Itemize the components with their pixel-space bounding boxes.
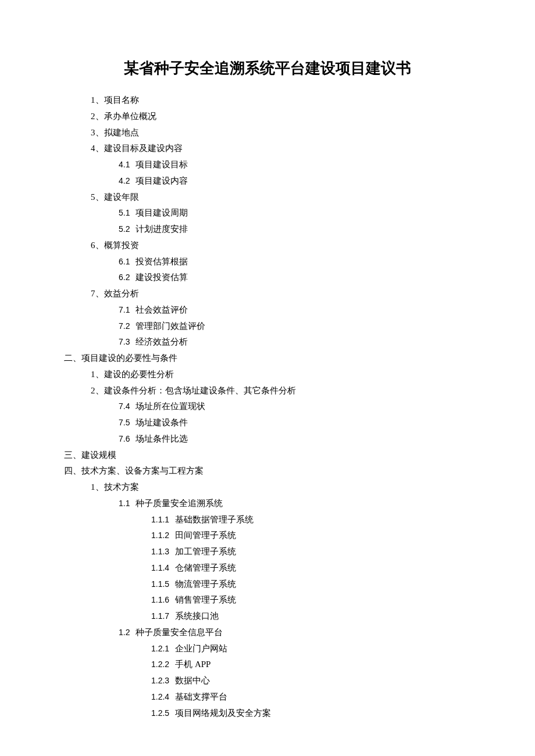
toc-item-5-1: 5.1项目建设周期 [119, 205, 477, 221]
toc-heading-3: 三、建设规模 [64, 447, 477, 464]
toc-item-4-1-2-1: 1.2.1企业门户网站 [151, 641, 477, 657]
toc-item-4-1-2: 1.2种子质量安全信息平台 [119, 625, 477, 641]
toc-item-4-1-1-7: 1.1.7系统接口池 [151, 608, 477, 625]
toc-item-4-1: 4.1项目建设目标 [119, 157, 477, 173]
document-title: 某省种子安全追溯系统平台建设项目建议书 [58, 58, 477, 78]
toc-item-6-1: 6.1投资估算根据 [119, 254, 477, 270]
toc-item-4: 4、建设目标及建设内容 [91, 141, 477, 157]
toc-item-4-1-1-3: 1.1.3加工管理子系统 [151, 544, 477, 560]
toc-item-7-3: 7.3经济效益分析 [119, 334, 477, 350]
toc-item-4-1-1-5: 1.1.5物流管理子系统 [151, 576, 477, 593]
toc-item-3: 3、拟建地点 [91, 125, 477, 141]
toc-item-2-2-1: 7.4场址所在位置现状 [119, 399, 477, 415]
toc-item-2-2: 2、建设条件分析：包含场址建设条件、其它条件分析 [91, 383, 477, 399]
toc-item-4-1-1-4: 1.1.4仓储管理子系统 [151, 560, 477, 576]
toc-item-4-1-1: 1.1种子质量安全追溯系统 [119, 496, 477, 512]
toc-item-4-1-2-3: 1.2.3数据中心 [151, 673, 477, 689]
toc-item-4-1-2-5: 1.2.5项目网络规划及安全方案 [151, 705, 477, 722]
document-page: 某省种子安全追溯系统平台建设项目建议书 1、项目名称 2、承办单位概况 3、拟建… [0, 0, 535, 756]
toc-item-7-1: 7.1社会效益评价 [119, 302, 477, 318]
toc-item-4-2: 4.2项目建设内容 [119, 173, 477, 189]
toc-item-4-1-tech: 1、技术方案 [91, 479, 477, 496]
toc-item-7-2: 7.2管理部门效益评价 [119, 318, 477, 335]
toc-item-4-1-2-4: 1.2.4基础支撑平台 [151, 689, 477, 705]
toc-item-4-1-2-2: 1.2.2手机 APP [151, 657, 477, 673]
toc-item-1: 1、项目名称 [91, 92, 477, 109]
toc-item-6-2: 6.2建设投资估算 [119, 270, 477, 286]
toc-item-5: 5、建设年限 [91, 189, 477, 206]
toc-heading-2: 二、项目建设的必要性与条件 [64, 350, 477, 367]
toc-item-4-1-1-1: 1.1.1基础数据管理子系统 [151, 512, 477, 528]
toc-item-4-1-1-2: 1.1.2田间管理子系统 [151, 528, 477, 544]
toc-heading-4: 四、技术方案、设备方案与工程方案 [64, 463, 477, 479]
toc-item-2: 2、承办单位概况 [91, 109, 477, 125]
toc-item-7: 7、效益分析 [91, 286, 477, 302]
toc-item-2-2-3: 7.6场址条件比选 [119, 431, 477, 447]
toc-item-5-2: 5.2计划进度安排 [119, 221, 477, 238]
toc-item-2-1: 1、建设的必要性分析 [91, 367, 477, 383]
toc-item-6: 6、概算投资 [91, 238, 477, 254]
toc-item-4-1-1-6: 1.1.6销售管理子系统 [151, 592, 477, 608]
toc-item-2-2-2: 7.5场址建设条件 [119, 415, 477, 431]
